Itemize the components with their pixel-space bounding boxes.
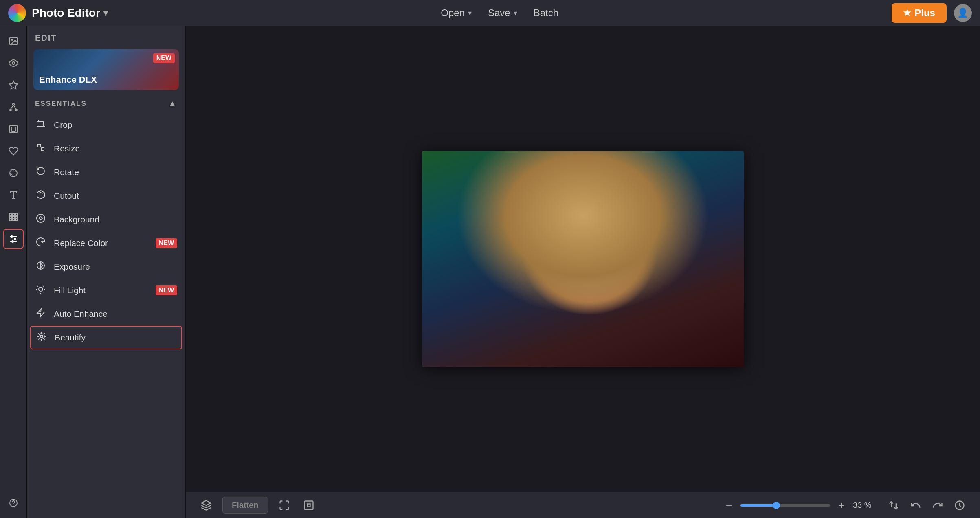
iconbar-text[interactable]: [3, 185, 24, 205]
actual-size-button[interactable]: [301, 497, 317, 514]
topbar: Photo Editor ▾ Open ▾ Save ▾ Batch ★ Plu…: [0, 0, 980, 26]
svg-point-55: [450, 245, 516, 342]
svg-rect-32: [37, 144, 40, 147]
iconbar-help[interactable]: [3, 493, 24, 513]
zoom-slider[interactable]: [740, 504, 830, 507]
fit-screen-button[interactable]: [276, 497, 292, 514]
svg-marker-68: [201, 500, 211, 505]
auto-enhance-icon: [35, 308, 46, 320]
save-button[interactable]: Save ▾: [488, 7, 517, 19]
history-button[interactable]: [951, 497, 968, 514]
batch-button[interactable]: Batch: [534, 7, 558, 19]
replace-color-icon: [35, 237, 46, 249]
sidebar-item-rotate-label: Rotate: [54, 167, 177, 177]
sidebar-item-beautify[interactable]: Beautify: [30, 326, 182, 349]
canvas-image: [422, 151, 744, 367]
beautify-icon: [36, 331, 47, 344]
svg-rect-18: [10, 216, 12, 218]
bottom-right-actions: [886, 497, 968, 514]
svg-point-48: [40, 335, 43, 338]
svg-rect-22: [13, 219, 15, 221]
cutout-icon: [35, 190, 46, 202]
iconbar-texture[interactable]: [3, 207, 24, 227]
iconbar-sticker[interactable]: [3, 163, 24, 183]
svg-point-38: [39, 287, 43, 291]
svg-point-60: [520, 151, 585, 314]
icon-bar: [0, 26, 27, 518]
sidebar-item-replace-color[interactable]: Replace Color NEW: [27, 231, 185, 255]
svg-point-51: [422, 159, 512, 306]
app-title: Photo Editor ▾: [32, 7, 108, 20]
svg-point-52: [642, 151, 744, 306]
topbar-center: Open ▾ Save ▾ Batch: [441, 7, 558, 19]
svg-point-62: [522, 151, 644, 220]
essentials-collapse-icon[interactable]: ▲: [168, 99, 177, 108]
star-icon: ★: [903, 8, 911, 18]
svg-rect-50: [422, 151, 744, 367]
iconbar-frame[interactable]: [3, 119, 24, 139]
undo-button[interactable]: [907, 497, 924, 514]
svg-rect-23: [15, 219, 17, 221]
svg-line-8: [13, 105, 16, 109]
zoom-thumb[interactable]: [773, 502, 780, 509]
svg-point-63: [532, 204, 638, 326]
bottom-bar: Flatten − + 33 %: [186, 492, 980, 518]
fill-light-badge: NEW: [156, 285, 177, 295]
iconbar-star[interactable]: [3, 75, 24, 95]
sidebar-item-cutout[interactable]: Cutout: [27, 184, 185, 208]
save-label: Save: [488, 7, 510, 19]
zoom-controls: − + 33 %: [723, 496, 877, 514]
sidebar-item-resize[interactable]: Resize: [27, 137, 185, 160]
canvas-area: Flatten − + 33 %: [186, 26, 980, 518]
svg-point-67: [592, 257, 606, 265]
enhance-card-label: Enhance DLX: [39, 75, 97, 85]
sidebar-item-crop-label: Crop: [54, 120, 177, 130]
user-avatar[interactable]: 👤: [954, 4, 972, 22]
svg-line-7: [11, 105, 13, 109]
canvas-container[interactable]: [186, 26, 980, 492]
replace-color-badge: NEW: [156, 238, 177, 248]
sidebar-item-auto-enhance[interactable]: Auto Enhance: [27, 302, 185, 326]
resize-icon: [35, 143, 46, 155]
essentials-header: ESSENTIALS ▲: [27, 97, 185, 113]
svg-rect-21: [10, 219, 12, 221]
zoom-percent: 33 %: [853, 500, 877, 510]
iconbar-heart[interactable]: [3, 141, 24, 161]
plus-button[interactable]: ★ Plus: [892, 3, 947, 23]
svg-line-45: [37, 292, 38, 292]
sidebar-item-fill-light-label: Fill Light: [54, 285, 148, 295]
svg-line-46: [43, 286, 44, 286]
sidebar-item-rotate[interactable]: Rotate: [27, 160, 185, 184]
sidebar-item-exposure[interactable]: Exposure: [27, 255, 185, 279]
iconbar-image[interactable]: [3, 31, 24, 51]
open-button[interactable]: Open ▾: [441, 7, 472, 19]
iconbar-nodes[interactable]: [3, 97, 24, 117]
svg-rect-33: [41, 148, 44, 151]
sidebar-item-fill-light[interactable]: Fill Light NEW: [27, 279, 185, 302]
svg-marker-47: [37, 309, 44, 317]
iconbar-eye[interactable]: [3, 53, 24, 73]
sidebar-item-background-label: Background: [54, 215, 177, 224]
svg-point-65: [565, 298, 605, 347]
svg-point-64: [542, 208, 624, 290]
app-title-chevron: ▾: [103, 8, 108, 18]
svg-point-58: [683, 184, 744, 281]
svg-rect-69: [304, 501, 313, 509]
open-chevron: ▾: [468, 9, 472, 18]
layers-button[interactable]: [198, 497, 214, 514]
sidebar-item-crop[interactable]: Crop: [27, 113, 185, 137]
iconbar-adjust[interactable]: [3, 229, 24, 249]
zoom-in-button[interactable]: +: [836, 496, 847, 514]
exposure-icon: [35, 261, 46, 273]
sidebar: EDIT Enhance DLX NEW ESSENTIALS ▲ Crop R…: [27, 26, 186, 518]
sidebar-item-beautify-label: Beautify: [55, 333, 176, 342]
flip-button[interactable]: [886, 497, 902, 514]
sidebar-item-background[interactable]: Background: [27, 208, 185, 231]
svg-rect-53: [675, 273, 707, 355]
enhance-card[interactable]: Enhance DLX NEW: [33, 49, 179, 90]
zoom-out-button[interactable]: −: [723, 496, 734, 514]
redo-button[interactable]: [929, 497, 946, 514]
plus-label: Plus: [914, 7, 935, 19]
svg-rect-20: [15, 216, 17, 218]
svg-point-4: [13, 103, 14, 105]
